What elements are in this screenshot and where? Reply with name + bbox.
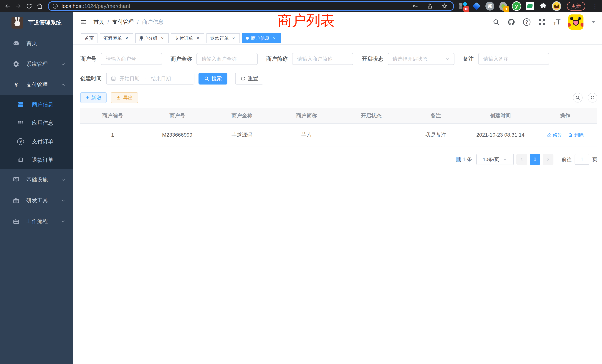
payment-submenu: 商户信息 应用信息 ¥ 支付订单 退款订单: [0, 95, 73, 169]
full-name-input[interactable]: [196, 53, 258, 65]
browser-forward-button[interactable]: [13, 1, 24, 11]
share-icon[interactable]: [427, 3, 433, 9]
refresh-icon: [240, 76, 246, 81]
sidebar-item-app-info[interactable]: 应用信息: [0, 114, 73, 132]
export-button[interactable]: 导出: [111, 92, 138, 103]
edit-link[interactable]: 修改: [546, 132, 562, 138]
remark-input[interactable]: [478, 53, 549, 65]
tab-process-form[interactable]: 流程表单 ×: [100, 33, 133, 43]
next-page-button[interactable]: [543, 154, 553, 165]
reset-button[interactable]: 重置: [235, 73, 263, 85]
delete-link[interactable]: 删除: [568, 132, 584, 138]
close-icon[interactable]: ×: [272, 36, 277, 41]
sidebar-item-workflow[interactable]: 工作流程: [0, 211, 73, 232]
sidebar-item-refund-order[interactable]: 退款订单: [0, 151, 73, 169]
plus-icon: +: [86, 95, 89, 101]
avatar-dropdown-caret[interactable]: [591, 21, 595, 25]
sidebar-item-merchant-info[interactable]: 商户信息: [0, 95, 73, 114]
extension-blob-icon[interactable]: 1: [499, 1, 508, 11]
extension-badge: 1: [503, 6, 509, 12]
toggle-search-button[interactable]: [573, 93, 582, 103]
bookmark-star-icon[interactable]: [441, 3, 448, 10]
search-button[interactable]: 搜索: [198, 73, 227, 85]
merchant-no-input[interactable]: [101, 53, 162, 65]
goto-page-input[interactable]: [575, 154, 589, 165]
extension-widgets-icon[interactable]: 10: [459, 1, 468, 11]
start-date-placeholder: 开始日期: [119, 75, 140, 82]
sidebar-item-infrastructure[interactable]: 基础设施: [0, 169, 73, 190]
browser-reload-button[interactable]: [24, 1, 34, 11]
table-toolbar: + 新增 导出: [80, 92, 597, 103]
full-name-label: 商户全称: [171, 55, 192, 63]
help-icon[interactable]: ?: [523, 18, 530, 26]
header-search-icon[interactable]: [493, 19, 500, 26]
font-size-icon[interactable]: TT: [553, 18, 560, 26]
browser-home-button[interactable]: [34, 1, 45, 11]
github-icon[interactable]: [507, 18, 515, 26]
sidebar-item-label: 工作流程: [26, 218, 48, 225]
close-icon[interactable]: ×: [231, 36, 236, 41]
sidebar-item-label: 商户信息: [32, 101, 53, 108]
app-logo[interactable]: 芋道管理系统: [0, 12, 73, 33]
table-row: 1 M233666999 芋道源码 芋艿 我是备注 2021-10-23 08:…: [80, 124, 597, 146]
page-size-select[interactable]: 10条/页: [476, 154, 514, 165]
tab-pay-order[interactable]: 支付订单 ×: [171, 33, 204, 43]
chevron-down-icon: [61, 198, 66, 203]
tab-user-group[interactable]: 用户分组 ×: [135, 33, 169, 43]
breadcrumb-section[interactable]: 支付管理: [112, 18, 134, 26]
close-icon[interactable]: ×: [124, 36, 129, 41]
refresh-table-button[interactable]: [588, 93, 597, 103]
tab-merchant-info[interactable]: 商户信息 ×: [242, 33, 281, 43]
merchant-table: 商户编号 商户号 商户全称 商户简称 开启状态 备注 创建时间 操作 1 M23…: [80, 108, 597, 146]
breadcrumb-home[interactable]: 首页: [93, 18, 104, 26]
status-select[interactable]: 请选择开启状态: [388, 53, 454, 65]
password-key-icon[interactable]: [412, 3, 419, 9]
site-info-icon[interactable]: [52, 3, 58, 9]
tab-refund-order[interactable]: 退款订单 ×: [206, 33, 240, 43]
sidebar-collapse-button[interactable]: [80, 18, 87, 26]
sidebar-item-label: 首页: [26, 40, 37, 47]
browser-menu-icon[interactable]: ⋮: [592, 3, 598, 10]
browser-update-button[interactable]: 更新: [567, 2, 585, 11]
extension-badge: 10: [463, 6, 469, 12]
fullscreen-icon[interactable]: [538, 18, 546, 26]
address-bar[interactable]: localhost:1024/pay/merchant: [48, 1, 454, 11]
add-button[interactable]: + 新增: [80, 92, 107, 103]
create-time-range-picker[interactable]: 开始日期 - 结束日期: [106, 73, 194, 85]
back-arrow-icon: [4, 3, 11, 10]
extensions-puzzle-icon[interactable]: [539, 1, 548, 11]
tab-home[interactable]: 首页: [81, 33, 97, 43]
close-icon[interactable]: ×: [160, 36, 165, 41]
extension-chat-icon[interactable]: [525, 1, 535, 11]
user-avatar[interactable]: [568, 14, 583, 30]
refresh-icon: [590, 95, 595, 100]
pagination-total: 共 1 条: [456, 156, 472, 163]
search-icon: [204, 76, 209, 81]
sidebar-item-dev-tools[interactable]: 研发工具: [0, 190, 73, 211]
chevron-down-icon: [61, 177, 66, 182]
documents-icon: [16, 157, 25, 163]
app-title: 芋道管理系统: [28, 19, 62, 26]
page-number-button[interactable]: 1: [530, 154, 540, 165]
chevron-left-icon: [519, 157, 524, 162]
extension-command-icon[interactable]: ⌘: [485, 1, 494, 11]
yen-icon: ¥: [12, 81, 20, 89]
url-text: localhost:1024/pay/merchant: [62, 3, 130, 9]
close-icon[interactable]: ×: [195, 36, 201, 41]
sidebar-item-payment[interactable]: ¥ 支付管理: [0, 75, 73, 95]
sidebar: 芋道管理系统 首页 系统管理 ¥ 支付管理: [0, 12, 73, 364]
browser-profile-avatar[interactable]: [552, 1, 561, 11]
browser-back-button[interactable]: [2, 1, 13, 11]
chevron-down-icon: [61, 219, 66, 224]
sidebar-item-pay-order[interactable]: ¥ 支付订单: [0, 132, 73, 151]
sidebar-item-system[interactable]: 系统管理: [0, 54, 73, 75]
extension-yuque-icon[interactable]: y: [512, 1, 521, 11]
short-name-label: 商户简称: [266, 55, 288, 63]
short-name-input[interactable]: [292, 53, 353, 65]
cell-short-name: 芋艿: [274, 131, 339, 139]
yen-circle-icon: ¥: [16, 138, 25, 145]
sidebar-item-home[interactable]: 首页: [0, 33, 73, 54]
extension-gem-icon[interactable]: [472, 1, 481, 11]
chevron-down-icon: [445, 57, 450, 61]
prev-page-button[interactable]: [516, 154, 527, 165]
